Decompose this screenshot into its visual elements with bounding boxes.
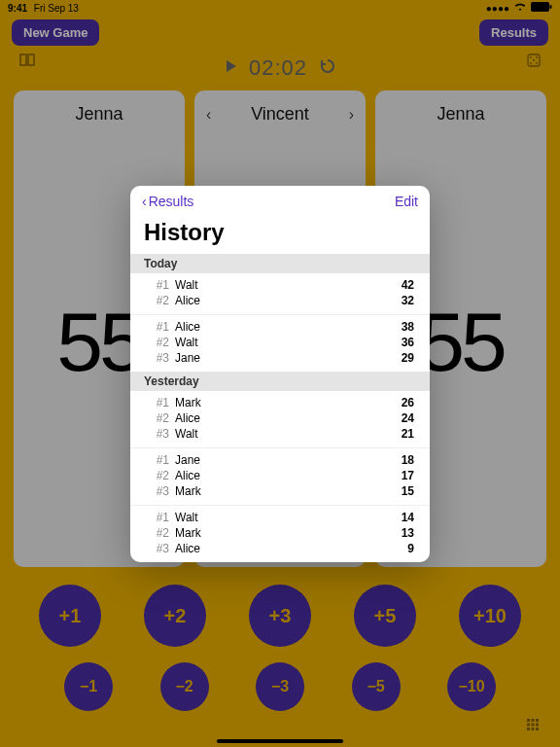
history-row: #2Alice32	[130, 293, 430, 308]
rank: #1	[146, 278, 169, 292]
history-name: Alice	[175, 469, 381, 482]
history-row: #2Mark13	[130, 525, 430, 541]
history-row: #2Alice17	[130, 468, 430, 483]
history-score: 17	[381, 469, 414, 482]
history-name: Alice	[175, 542, 381, 555]
rank: #1	[146, 396, 169, 409]
history-row: #3Mark15	[130, 483, 430, 499]
rank: #1	[146, 320, 169, 334]
chevron-left-icon: ‹	[142, 194, 147, 209]
history-score: 36	[381, 336, 414, 349]
back-label: Results	[149, 194, 194, 209]
history-game[interactable]: #1Jane18#2Alice17#3Mark15	[130, 448, 430, 505]
history-score: 13	[381, 526, 414, 540]
history-game[interactable]: #1Walt42#2Alice32	[130, 273, 430, 314]
history-row: #1Walt42	[130, 277, 430, 293]
section-header: Today	[130, 254, 430, 273]
history-row: #1Alice38	[130, 319, 430, 335]
history-name: Jane	[175, 453, 381, 467]
rank: #2	[146, 469, 169, 482]
history-name: Walt	[175, 511, 381, 524]
rank: #1	[146, 453, 169, 467]
history-name: Mark	[175, 484, 381, 498]
history-row: #1Mark26	[130, 395, 430, 410]
history-game[interactable]: #1Mark26#2Alice24#3Walt21	[130, 391, 430, 447]
history-modal: ‹ Results Edit History Today#1Walt42#2Al…	[130, 186, 430, 562]
history-name: Walt	[175, 336, 381, 349]
history-name: Alice	[175, 320, 381, 334]
rank: #3	[146, 351, 169, 365]
rank: #2	[146, 294, 169, 307]
rank: #3	[146, 542, 169, 555]
modal-title: History	[130, 217, 430, 254]
history-score: 26	[381, 396, 414, 409]
section-header: Yesterday	[130, 372, 430, 391]
history-name: Alice	[175, 411, 381, 425]
history-row: #3Jane29	[130, 350, 430, 366]
history-score: 14	[381, 511, 414, 524]
modal-nav: ‹ Results Edit	[130, 186, 430, 217]
history-score: 32	[381, 294, 414, 307]
rank: #3	[146, 484, 169, 498]
history-name: Walt	[175, 427, 381, 441]
history-score: 9	[381, 542, 414, 555]
history-game[interactable]: #1Alice38#2Walt36#3Jane29	[130, 315, 430, 372]
history-name: Jane	[175, 351, 381, 365]
history-score: 18	[381, 453, 414, 467]
history-score: 24	[381, 411, 414, 425]
history-name: Mark	[175, 526, 381, 540]
history-row: #1Jane18	[130, 452, 430, 468]
history-name: Mark	[175, 396, 381, 409]
history-row: #3Alice9	[130, 541, 430, 556]
modal-overlay[interactable]: ‹ Results Edit History Today#1Walt42#2Al…	[0, 0, 560, 747]
history-score: 21	[381, 427, 414, 441]
history-row: #1Walt14	[130, 510, 430, 525]
history-row: #3Walt21	[130, 426, 430, 442]
edit-button[interactable]: Edit	[395, 194, 418, 209]
history-score: 38	[381, 320, 414, 334]
history-name: Alice	[175, 294, 381, 307]
history-name: Walt	[175, 278, 381, 292]
rank: #3	[146, 427, 169, 441]
history-sections: Today#1Walt42#2Alice32#1Alice38#2Walt36#…	[130, 254, 430, 562]
rank: #1	[146, 511, 169, 524]
rank: #2	[146, 336, 169, 349]
back-button[interactable]: ‹ Results	[142, 194, 193, 209]
history-score: 42	[381, 278, 414, 292]
history-score: 29	[381, 351, 414, 365]
rank: #2	[146, 411, 169, 425]
rank: #2	[146, 526, 169, 540]
history-score: 15	[381, 484, 414, 498]
history-row: #2Walt36	[130, 335, 430, 350]
history-row: #2Alice24	[130, 410, 430, 426]
history-game[interactable]: #1Walt14#2Mark13#3Alice9	[130, 506, 430, 562]
